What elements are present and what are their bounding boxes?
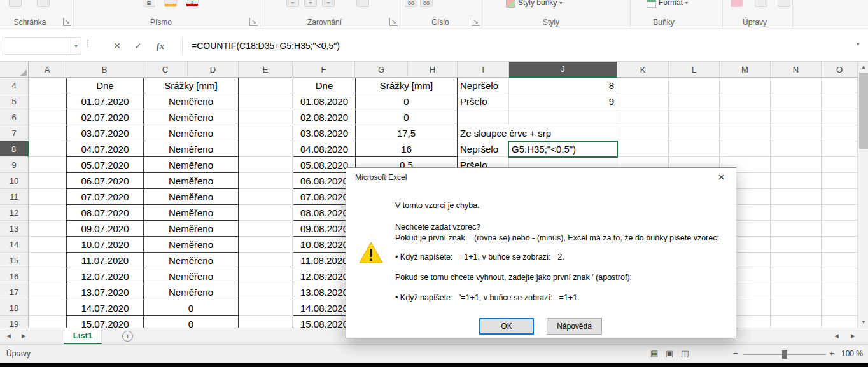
clipboard-dialog-launcher-icon[interactable]: ↘ xyxy=(63,18,71,26)
cell-b19[interactable]: 15.07.2020 xyxy=(66,316,143,328)
row-header-8[interactable]: 8 xyxy=(0,141,29,157)
zoom-level[interactable]: 100 % xyxy=(841,349,863,358)
align-center-icon[interactable]: ≡ xyxy=(304,0,317,7)
cell-f7[interactable]: 03.08.2020 xyxy=(293,125,355,141)
dialog-close-button[interactable]: × xyxy=(707,168,736,187)
cell-g7[interactable]: 17,5 xyxy=(355,125,458,141)
row-header-14[interactable]: 14 xyxy=(0,237,29,253)
merge-center-icon[interactable] xyxy=(356,0,369,7)
row-header-10[interactable]: 10 xyxy=(0,173,29,189)
cell-c12[interactable]: Neměřeno xyxy=(143,205,239,221)
cell-f5[interactable]: 01.08.2020 xyxy=(293,93,355,109)
column-header-b[interactable]: B xyxy=(66,62,143,78)
zoom-in-icon[interactable]: + xyxy=(829,349,834,358)
hscroll-left-icon[interactable]: ◀ xyxy=(834,333,839,339)
column-header-a[interactable]: A xyxy=(29,62,66,78)
cell-j8-edit-box[interactable]: G5:H35;"<0,5") xyxy=(508,141,618,158)
align-left-icon[interactable]: ≡ xyxy=(286,0,299,7)
cell-g6[interactable]: 0 xyxy=(355,109,458,125)
column-header-h[interactable]: H xyxy=(408,62,458,78)
number-dialog-launcher-icon[interactable]: ↘ xyxy=(472,18,480,26)
alignment-dialog-launcher-icon[interactable]: ↘ xyxy=(389,18,398,26)
row-header-16[interactable]: 16 xyxy=(0,268,29,284)
row-header-5[interactable]: 5 xyxy=(0,93,29,109)
cell-c7[interactable]: Neměřeno xyxy=(143,125,239,141)
cell-b7[interactable]: 03.07.2020 xyxy=(66,125,143,141)
align-right-icon[interactable]: ≡ xyxy=(322,0,335,7)
scroll-down-icon[interactable]: ▼ xyxy=(858,317,868,328)
font-color-icon[interactable]: A xyxy=(186,0,199,7)
select-all-corner[interactable] xyxy=(0,62,29,78)
confirm-entry-button[interactable]: ✓ xyxy=(129,37,147,55)
cell-c4[interactable]: Srážky [mm] xyxy=(143,78,239,93)
cell-i4[interactable]: Nepršelo xyxy=(458,78,509,93)
formula-bar-resize-handle[interactable]: ⁞ xyxy=(87,39,89,49)
column-header-k[interactable]: K xyxy=(617,62,669,78)
cell-c17[interactable]: Neměřeno xyxy=(143,284,239,300)
cell-f8[interactable]: 04.08.2020 xyxy=(293,141,355,157)
name-box-value[interactable] xyxy=(4,38,71,54)
cell-b14[interactable]: 10.07.2020 xyxy=(66,237,143,253)
cell-c19[interactable]: 0 xyxy=(143,316,239,328)
normal-view-icon[interactable]: ▦ xyxy=(650,349,658,358)
cell-b17[interactable]: 13.07.2020 xyxy=(66,284,143,300)
cell-g5[interactable]: 0 xyxy=(355,93,458,109)
sheet-nav-left-icon[interactable]: ◀ xyxy=(6,333,11,339)
cell-i5[interactable]: Pršelo xyxy=(458,93,509,109)
row-header-12[interactable]: 12 xyxy=(0,205,29,221)
cell-c14[interactable]: Neměřeno xyxy=(143,237,239,253)
page-break-view-icon[interactable]: ◫ xyxy=(681,349,689,358)
column-header-m[interactable]: M xyxy=(720,62,771,78)
column-header-g[interactable]: G xyxy=(355,62,408,78)
cell-j5[interactable]: 9 xyxy=(509,93,617,109)
scroll-up-icon[interactable]: ▲ xyxy=(858,62,868,73)
cell-b10[interactable]: 06.07.2020 xyxy=(66,173,143,189)
column-header-f[interactable]: F xyxy=(293,62,355,78)
cancel-entry-button[interactable]: ✕ xyxy=(108,37,126,55)
formula-bar-expand-icon[interactable]: ▾ xyxy=(857,41,860,47)
cell-c15[interactable]: Neměřeno xyxy=(143,253,239,268)
cell-c8[interactable]: Neměřeno xyxy=(143,141,239,157)
cell-f4[interactable]: Dne xyxy=(293,78,355,93)
row-header-19[interactable]: 19 xyxy=(0,316,29,328)
increase-decimal-icon[interactable]: 00 xyxy=(405,0,417,7)
cell-c10[interactable]: Neměřeno xyxy=(143,173,239,189)
sort-filter-icon[interactable] xyxy=(755,0,767,7)
vertical-scrollbar-thumb[interactable] xyxy=(859,73,868,149)
cell-c13[interactable]: Neměřeno xyxy=(143,221,239,237)
row-header-6[interactable]: 6 xyxy=(0,109,29,125)
borders-icon[interactable]: ⊞ xyxy=(143,0,155,7)
row-header-9[interactable]: 9 xyxy=(0,157,29,173)
cell-c5[interactable]: Neměřeno xyxy=(143,93,239,109)
cell-i7[interactable]: Ze sloupce črvc + srp xyxy=(458,125,617,141)
cell-c6[interactable]: Neměřeno xyxy=(143,109,239,125)
format-button[interactable]: Formát ▾ xyxy=(647,0,688,9)
cell-b5[interactable]: 01.07.2020 xyxy=(66,93,143,109)
font-dialog-launcher-icon[interactable]: ↘ xyxy=(249,18,258,26)
cell-b18[interactable]: 14.07.2020 xyxy=(66,300,143,316)
hscroll-right-icon[interactable]: ▶ xyxy=(851,333,855,339)
row-header-18[interactable]: 18 xyxy=(0,300,29,316)
vertical-scrollbar[interactable]: ▲ ▼ xyxy=(858,62,868,328)
cell-j4[interactable]: 8 xyxy=(509,78,617,93)
row-header-13[interactable]: 13 xyxy=(0,221,29,237)
help-button[interactable]: Nápověda xyxy=(547,318,602,335)
name-box-dropdown-icon[interactable]: ▾ xyxy=(71,38,81,54)
row-header-4[interactable]: 4 xyxy=(0,78,29,93)
cell-styles-button[interactable]: Styly buňky ▾ xyxy=(506,0,562,9)
column-header-d[interactable]: D xyxy=(188,62,239,78)
sheet-nav-right-icon[interactable]: ▶ xyxy=(22,333,26,339)
column-header-c[interactable]: C xyxy=(143,62,188,78)
paste-icon[interactable] xyxy=(9,0,22,7)
cell-b6[interactable]: 02.07.2020 xyxy=(66,109,143,125)
zoom-out-icon[interactable]: − xyxy=(733,349,738,358)
cell-g4[interactable]: Srážky [mm] xyxy=(355,78,458,93)
cell-b16[interactable]: 12.07.2020 xyxy=(66,268,143,284)
fill-color-icon[interactable] xyxy=(164,0,177,7)
cell-g8[interactable]: 16 xyxy=(355,141,458,157)
column-header-l[interactable]: L xyxy=(669,62,720,78)
insert-function-button[interactable]: fx xyxy=(151,37,169,55)
cell-c11[interactable]: Neměřeno xyxy=(143,189,239,205)
cell-c18[interactable]: 0 xyxy=(143,300,239,316)
cell-b8[interactable]: 04.07.2020 xyxy=(66,141,143,157)
